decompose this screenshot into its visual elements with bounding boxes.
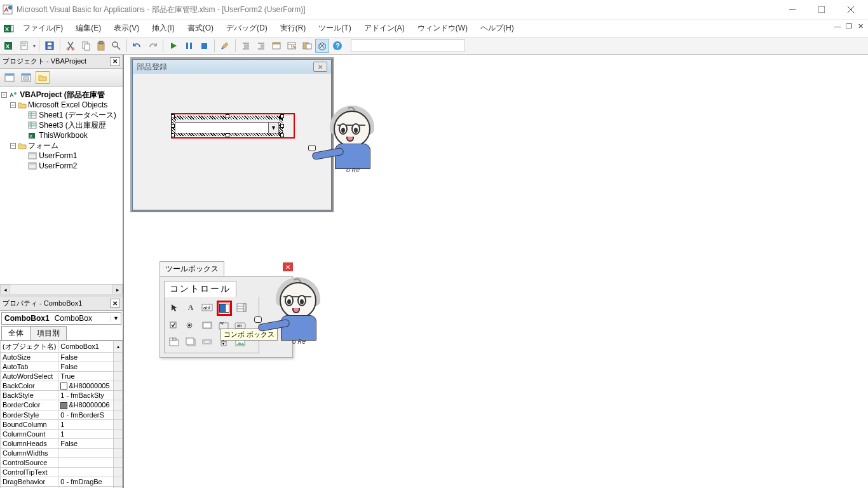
tool-textbox-icon[interactable]: ab [200,301,214,315]
tool-scrollbar-icon[interactable] [200,335,214,349]
excel-icon[interactable]: X [4,24,14,34]
property-row[interactable]: ColumnCount1 [1,429,123,438]
tree-sheet1[interactable]: Sheet1 (データベース) [39,110,116,121]
property-row[interactable]: ColumnWidths [1,448,123,458]
property-row[interactable]: AutoTabFalse [1,362,123,371]
resize-handle-w[interactable] [171,124,175,128]
minimize-button[interactable] [778,0,807,19]
property-row[interactable]: BackStyle1 - fmBackSty [1,391,123,400]
project-explorer-close-icon[interactable]: ✕ [110,57,120,66]
menu-insert[interactable]: 挿入(I) [146,20,180,36]
menu-format[interactable]: 書式(O) [181,20,220,36]
resize-handle-ne[interactable] [280,114,284,118]
tool-multipage-icon[interactable] [184,335,198,349]
toolbox-title[interactable]: ツールボックス [159,261,224,276]
tool-checkbox-icon[interactable] [167,318,181,332]
run-icon[interactable] [166,39,180,53]
indent-icon[interactable] [254,39,268,53]
tree-project-root[interactable]: VBAProject (部品在庫管 [20,90,104,100]
close-button[interactable] [836,0,865,19]
properties-object-combo[interactable]: ComboBox1 ComboBox ▼ [1,312,121,325]
property-row[interactable]: (オブジェクト名)ComboBox1▴ [1,341,123,352]
svg-rect-53 [29,112,36,118]
help-icon[interactable]: ? [330,39,344,53]
procedure-combo[interactable] [351,39,465,52]
design-mode-icon[interactable] [218,39,232,53]
property-row[interactable]: ControlTipText [1,467,123,477]
resize-handle-se[interactable] [280,133,284,137]
properties-close-icon[interactable]: ✕ [110,299,120,308]
properties-tab-alphabetic[interactable]: 全体 [1,326,31,340]
mdi-close-button[interactable]: ✕ [855,21,865,31]
tree-forms-folder[interactable]: フォーム [28,140,58,151]
copy-icon[interactable] [79,39,93,53]
outdent-icon[interactable] [239,39,253,53]
menu-addins[interactable]: アドイン(A) [358,20,411,36]
menu-window[interactable]: ウィンドウ(W) [411,20,474,36]
insert-module-icon[interactable] [18,39,32,53]
resize-handle-nw[interactable] [171,114,175,118]
property-row[interactable]: BoundColumn1 [1,419,123,429]
tree-sheet3[interactable]: Sheet3 (入出庫履歴 [39,120,105,131]
menu-tools[interactable]: ツール(T) [312,20,357,36]
tool-combobox-icon[interactable] [217,301,232,316]
property-row[interactable]: BorderColor&H80000006 [1,400,123,410]
view-excel-icon[interactable]: X [3,39,17,53]
property-row[interactable]: BackColor&H80000005 [1,381,123,391]
resize-handle-n[interactable] [226,114,229,118]
project-hscrollbar[interactable]: ◂▸ [0,284,123,294]
object-browser-icon[interactable] [300,39,314,53]
toolbox-icon[interactable] [315,39,329,53]
find-icon[interactable] [109,39,123,53]
tool-tabstrip-icon[interactable] [167,335,181,349]
toggle-folders-icon[interactable] [36,71,50,84]
userform-designer[interactable]: 部品登録 ✕ ▼ [130,57,334,212]
dropdown-arrow-icon[interactable]: ▼ [268,123,278,133]
cut-icon[interactable] [64,39,78,53]
tree-userform1[interactable]: UserForm1 [39,151,77,160]
tree-thisworkbook[interactable]: ThisWorkbook [39,131,87,140]
resize-handle-e[interactable] [280,124,284,128]
toolbox-tab-controls[interactable]: コントロール [164,281,236,297]
menu-edit[interactable]: 編集(E) [69,20,107,36]
properties-tab-categorized[interactable]: 項目別 [30,326,67,340]
view-code-icon[interactable] [3,71,17,84]
tree-excel-objects[interactable]: Microsoft Excel Objects [28,100,107,109]
save-icon[interactable] [43,39,57,53]
tree-userform2[interactable]: UserForm2 [39,161,77,170]
view-object-icon[interactable] [19,71,33,84]
tool-label-icon[interactable]: A [184,301,198,315]
tool-optionbutton-icon[interactable] [184,318,198,332]
property-row[interactable]: AutoSizeFalse [1,352,123,362]
tool-listbox-icon[interactable] [234,301,248,315]
tool-pointer-icon[interactable] [167,301,181,315]
reset-icon[interactable] [197,39,211,53]
project-tree[interactable]: − VBAProject (部品在庫管 −Microsoft Excel Obj… [0,87,123,284]
undo-icon[interactable] [130,39,144,53]
mdi-restore-button[interactable]: ❐ [844,21,854,31]
menu-help[interactable]: ヘルプ(H) [474,20,520,36]
menu-file[interactable]: ファイル(F) [17,20,69,36]
project-explorer-icon[interactable] [269,39,283,53]
paste-icon[interactable] [94,39,108,53]
property-row[interactable]: ControlSource [1,458,123,467]
menu-view[interactable]: 表示(V) [107,20,146,36]
menu-debug[interactable]: デバッグ(D) [220,20,274,36]
tool-togglebutton-icon[interactable] [200,318,214,332]
resize-handle-s[interactable] [226,133,229,137]
userform-close-icon: ✕ [313,62,327,72]
redo-icon[interactable] [146,39,159,53]
property-row[interactable]: DragBehavior0 - fmDragBe [1,477,123,486]
menu-run[interactable]: 実行(R) [274,20,313,36]
properties-window-icon[interactable] [285,39,299,53]
toolbox-close-icon[interactable]: ✕ [283,262,293,271]
property-row[interactable]: AutoWordSelectTrue [1,371,123,381]
break-icon[interactable] [182,39,196,53]
property-row[interactable]: BorderStyle0 - fmBorderS [1,410,123,419]
maximize-button[interactable] [807,0,836,19]
properties-grid[interactable]: (オブジェクト名)ComboBox1▴AutoSizeFalseAutoTabF… [0,340,123,489]
resize-handle-sw[interactable] [171,133,175,137]
mdi-minimize-button[interactable]: — [832,21,843,31]
combobox1-control[interactable]: ▼ [175,122,279,133]
property-row[interactable]: ColumnHeadsFalse [1,438,123,448]
